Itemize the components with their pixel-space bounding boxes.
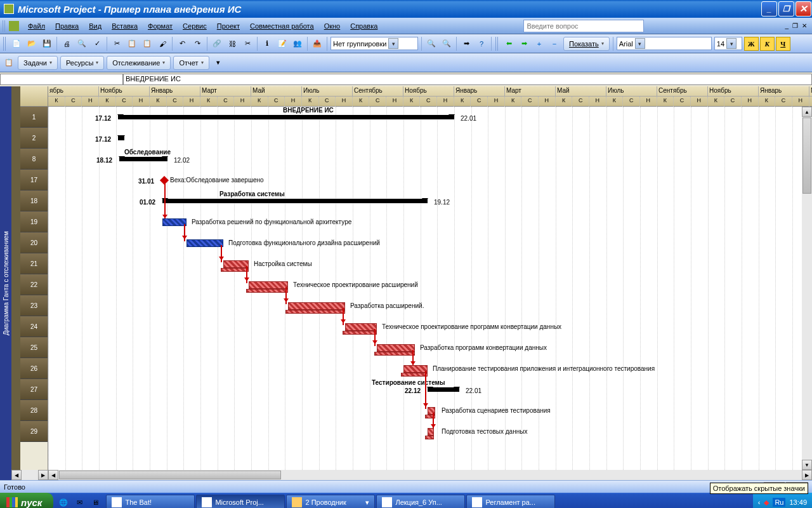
publish-button[interactable]: 📤 <box>310 37 324 51</box>
minimize-button[interactable]: _ <box>761 1 777 17</box>
row-header[interactable]: 21 <box>20 253 48 274</box>
format-painter-button[interactable]: 🖌 <box>155 37 169 51</box>
gantt-task[interactable]: Разработка сценариев тестирования <box>48 400 812 421</box>
gantt-task[interactable]: Разработка системы01.0219.12 <box>48 190 812 211</box>
menu-service[interactable]: Сервис <box>178 20 212 32</box>
gantt-task[interactable]: Техническое проектирование расширений <box>48 274 812 295</box>
help-button[interactable]: ? <box>475 37 488 51</box>
menu-format[interactable]: Формат <box>143 20 178 32</box>
gantt-task[interactable]: Настройка системы <box>48 253 812 274</box>
grip[interactable] <box>3 20 6 32</box>
new-button[interactable]: 📄 <box>10 37 23 51</box>
taskbar-item[interactable]: Регламент ра... <box>466 495 555 508</box>
menu-collab[interactable]: Совместная работа <box>245 20 319 32</box>
spelling-button[interactable]: ✓ <box>90 37 104 51</box>
menu-project[interactable]: Проект <box>212 20 245 32</box>
preview-button[interactable]: 🔍 <box>75 37 89 51</box>
viewbar-resources[interactable]: Ресурсы▾ <box>60 56 104 70</box>
menu-insert[interactable]: Вставка <box>107 20 143 32</box>
row-header[interactable]: 28 <box>20 400 48 421</box>
system-tray[interactable]: ‹ ◆ Ru 13:49 <box>753 493 812 508</box>
zoom-in-button[interactable]: 🔍 <box>440 37 454 51</box>
row-header[interactable]: 18 <box>20 190 48 211</box>
ql-ie-icon[interactable]: 🌐 <box>57 495 70 508</box>
toolbar-options[interactable]: ▾ <box>211 56 225 70</box>
gantt-task[interactable]: Разработка программ конвертации данных <box>48 337 812 358</box>
paste-button[interactable]: 📋 <box>140 37 154 51</box>
grip[interactable] <box>495 37 499 51</box>
taskbar-item[interactable]: 2 Проводник ▾ <box>286 495 375 508</box>
gantt-task[interactable]: ВНЕДРЕНИЕ ИС17.1222.01 <box>48 107 812 128</box>
open-button[interactable]: 📂 <box>25 37 39 51</box>
print-button[interactable]: 🖨 <box>60 37 74 51</box>
mdi-buttons[interactable]: _❐✕ <box>785 22 809 29</box>
link-button[interactable]: 🔗 <box>210 37 224 51</box>
project-guide-button[interactable]: 📋 <box>2 56 16 70</box>
underline-button[interactable]: Ч <box>776 37 790 51</box>
entry-value[interactable]: ВНЕДРЕНИЕ ИС <box>123 74 812 85</box>
assign-button[interactable]: 👥 <box>291 37 304 51</box>
viewbar-tracking[interactable]: Отслеживание▾ <box>107 56 171 70</box>
tray-lang[interactable]: Ru <box>773 498 785 507</box>
row-header[interactable]: 29 <box>20 421 48 442</box>
font-name-combo[interactable]: Arial <box>617 37 712 50</box>
goto-button[interactable]: ➡ <box>459 37 473 51</box>
menu-help[interactable]: Справка <box>345 20 383 32</box>
row-header[interactable]: 19 <box>20 211 48 232</box>
ql-mail-icon[interactable]: ✉ <box>73 495 86 508</box>
italic-button[interactable]: К <box>760 37 775 51</box>
maximize-button[interactable]: ❐ <box>778 1 794 17</box>
left-scrollbar[interactable]: ◀▶ <box>11 470 48 480</box>
copy-button[interactable]: 📋 <box>125 37 139 51</box>
row-header[interactable]: 17 <box>20 170 48 190</box>
show-button[interactable]: Показать▾ <box>563 37 610 51</box>
tray-clock[interactable]: 13:49 <box>789 498 807 506</box>
gantt-task[interactable]: Подготовка функционального дизайна расши… <box>48 232 812 253</box>
start-button[interactable]: пуск <box>0 493 53 508</box>
show-sub-button[interactable]: + <box>532 37 546 51</box>
row-header[interactable]: 2 <box>20 128 48 149</box>
taskbar-item[interactable]: Лекция_6 Уп... <box>376 495 465 508</box>
tray-av-icon[interactable]: ◆ <box>764 498 769 507</box>
undo-button[interactable]: ↶ <box>175 37 189 51</box>
menu-window[interactable]: Окно <box>319 20 346 32</box>
notes-button[interactable]: 📝 <box>275 37 289 51</box>
split-button[interactable]: ✂ <box>240 37 254 51</box>
vertical-scrollbar[interactable]: ▲▼ <box>802 107 812 470</box>
zoom-out-button[interactable]: 🔍 <box>424 37 438 51</box>
hide-sub-button[interactable]: − <box>547 37 561 51</box>
unlink-button[interactable]: ⛓ <box>225 37 239 51</box>
help-search-input[interactable] <box>523 20 644 32</box>
row-header[interactable]: 27 <box>20 379 48 400</box>
rownum-header[interactable] <box>20 86 48 107</box>
row-header[interactable]: 25 <box>20 337 48 358</box>
outdent-button[interactable]: ⬅ <box>502 37 516 51</box>
save-button[interactable]: 💾 <box>40 37 54 51</box>
right-scrollbar[interactable]: ◀▶ <box>48 470 812 480</box>
row-header[interactable]: 20 <box>20 232 48 253</box>
quick-launch[interactable]: 🌐 ✉ 🖥 <box>53 495 105 508</box>
indent-button[interactable]: ➡ <box>517 37 531 51</box>
grip[interactable] <box>3 37 7 51</box>
info-button[interactable]: ℹ <box>260 37 274 51</box>
row-header[interactable]: 26 <box>20 358 48 379</box>
gantt-task[interactable]: Разработка расширений. <box>48 295 812 316</box>
gantt-task[interactable]: 17.12 <box>48 128 812 149</box>
menu-view[interactable]: Вид <box>84 20 107 32</box>
row-header[interactable]: 22 <box>20 274 48 295</box>
row-header[interactable]: 8 <box>20 149 48 170</box>
redo-button[interactable]: ↷ <box>190 37 204 51</box>
gantt-task[interactable]: Тестирование системы22.1222.01 <box>48 379 812 400</box>
menu-file[interactable]: Файл <box>23 20 50 32</box>
gantt-task[interactable]: 31.01Веха:Обследование завершено <box>48 170 812 190</box>
menu-edit[interactable]: Правка <box>50 20 84 32</box>
gantt-area[interactable]: ВНЕДРЕНИЕ ИС17.1222.0117.12Обследование1… <box>48 107 812 480</box>
tray-chevron-icon[interactable]: ‹ <box>758 498 761 506</box>
gantt-task[interactable]: Планирование тестирования приложения и и… <box>48 358 812 379</box>
row-header[interactable]: 24 <box>20 316 48 337</box>
groupby-combo[interactable]: Нет группировки <box>331 37 418 50</box>
gantt-task[interactable]: Подготовка тестовых данных <box>48 421 812 442</box>
row-header[interactable]: 23 <box>20 295 48 316</box>
gantt-task[interactable]: Обследование18.1212.02 <box>48 149 812 170</box>
taskbar-item[interactable]: Microsoft Proj... <box>196 495 285 508</box>
